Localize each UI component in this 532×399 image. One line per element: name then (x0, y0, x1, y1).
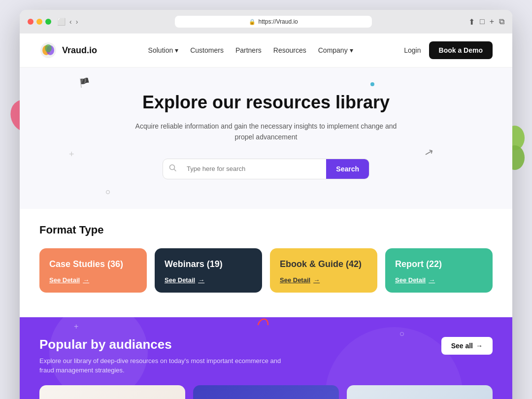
nav-links: Solution ▾ Customers Partners Resources … (148, 46, 353, 54)
format-card-title: Report (22) (395, 259, 483, 269)
popular-subtitle: Explore our library of deep-dive resourc… (39, 356, 286, 375)
format-card-title: Case Studies (36) (49, 259, 137, 269)
format-type-title: Format Type (39, 224, 493, 236)
person-illustration (241, 395, 291, 399)
circle-outline-decoration (400, 332, 404, 336)
share-icon[interactable]: ⬆ (468, 17, 475, 27)
arrow-right-icon: → (313, 276, 320, 284)
chevron-down-icon: ▾ (175, 46, 178, 54)
nav-item-solution[interactable]: Solution ▾ (148, 46, 179, 54)
plus-white-decoration: + (74, 322, 78, 331)
format-card-link[interactable]: See Detail → (165, 276, 252, 284)
minimize-button-dot[interactable] (36, 19, 42, 25)
format-card-ebook[interactable]: Ebook & Guide (42) See Detail → (270, 248, 377, 293)
see-all-button[interactable]: See all → (441, 337, 493, 355)
browser-nav-controls: ⬜ ‹ › (57, 18, 78, 26)
format-card-title: Webinars (19) (165, 259, 252, 269)
circle-decoration (106, 190, 110, 194)
login-button[interactable]: Login (404, 46, 421, 54)
add-tab-icon[interactable]: + (490, 17, 494, 26)
chevron-down-icon: ▾ (350, 46, 353, 54)
arrow-right-icon: → (429, 276, 435, 284)
forward-icon[interactable]: › (76, 18, 78, 26)
popular-card-3[interactable]: ★ ★ (347, 385, 493, 399)
search-input[interactable] (183, 159, 326, 178)
format-card-link[interactable]: See Detail → (280, 276, 367, 284)
bookmark-icon[interactable]: □ (480, 17, 485, 26)
arrow-right-icon: → (476, 342, 483, 350)
svg-line-8 (174, 169, 176, 171)
url-text: https://Vraud.io (259, 18, 298, 25)
popular-title: Popular by audiances (39, 337, 286, 352)
popular-card-1[interactable] (39, 385, 185, 399)
book-demo-button[interactable]: Book a Demo (429, 41, 493, 59)
shoes-illustration (88, 395, 137, 399)
hero-title: Explore our resources library (39, 92, 493, 113)
popular-cards-grid: ★ ★ (39, 385, 493, 399)
format-card-title: Ebook & Guide (42) (280, 259, 367, 269)
hero-subtitle: Acquire reliable information and gain th… (128, 121, 404, 143)
red-curve-decoration (256, 317, 270, 332)
page-content: Vraud.io Solution ▾ Customers Partners R… (20, 33, 512, 399)
hero-section: 🏴 + ◇ ↗ Explore our resources library Ac… (20, 67, 512, 209)
format-cards-grid: Case Studies (36) See Detail → Webinars … (39, 248, 493, 293)
popular-card-2[interactable] (193, 385, 339, 399)
format-card-report[interactable]: Report (22) See Detail → (385, 248, 493, 293)
navbar: Vraud.io Solution ▾ Customers Partners R… (20, 33, 512, 67)
lock-icon: 🔒 (249, 19, 256, 25)
tab-icon[interactable]: ⬜ (57, 18, 66, 26)
logo-icon (39, 41, 57, 59)
nav-item-company[interactable]: Company ▾ (318, 46, 353, 54)
popular-header: Popular by audiances Explore our library… (39, 337, 493, 375)
nav-logo[interactable]: Vraud.io (39, 41, 97, 59)
format-type-section: Format Type Case Studies (36) See Detail… (20, 209, 512, 317)
maximize-button-dot[interactable] (45, 19, 51, 25)
svg-point-6 (45, 44, 52, 52)
plus-decoration: + (69, 149, 74, 160)
nav-actions: Login Book a Demo (404, 41, 493, 59)
nav-item-customers[interactable]: Customers (190, 46, 224, 54)
popular-text-block: Popular by audiances Explore our library… (39, 337, 286, 375)
format-card-case-studies[interactable]: Case Studies (36) See Detail → (39, 248, 147, 293)
browser-traffic-lights (28, 19, 51, 25)
search-bar: Search (163, 159, 369, 179)
browser-window: ⬜ ‹ › 🔒 https://Vraud.io ⬆ □ + ⧉ (20, 10, 512, 399)
format-card-webinars[interactable]: Webinars (19) See Detail → (155, 248, 262, 293)
address-bar[interactable]: 🔒 https://Vraud.io (175, 16, 372, 28)
format-card-link[interactable]: See Detail → (49, 276, 137, 284)
close-button-dot[interactable] (28, 19, 33, 25)
logo-text: Vraud.io (62, 45, 97, 56)
arrow-right-icon: → (198, 276, 204, 284)
nav-item-partners[interactable]: Partners (235, 46, 262, 54)
browser-action-buttons: ⬆ □ + ⧉ (468, 17, 504, 27)
arrow-decoration: ↗ (423, 145, 435, 160)
nav-item-resources[interactable]: Resources (273, 46, 306, 54)
search-button[interactable]: Search (326, 159, 369, 179)
popular-section: + Popular by audiances Explore our libra… (20, 317, 512, 399)
browser-titlebar: ⬜ ‹ › 🔒 https://Vraud.io ⬆ □ + ⧉ (20, 10, 512, 33)
tabs-icon[interactable]: ⧉ (499, 17, 504, 26)
search-icon (163, 159, 183, 179)
arrow-right-icon: → (83, 276, 89, 284)
format-card-link[interactable]: See Detail → (395, 276, 483, 284)
blue-dot-decoration (370, 82, 374, 86)
flag-icon: 🏴 (79, 77, 90, 88)
back-icon[interactable]: ‹ (69, 18, 72, 26)
